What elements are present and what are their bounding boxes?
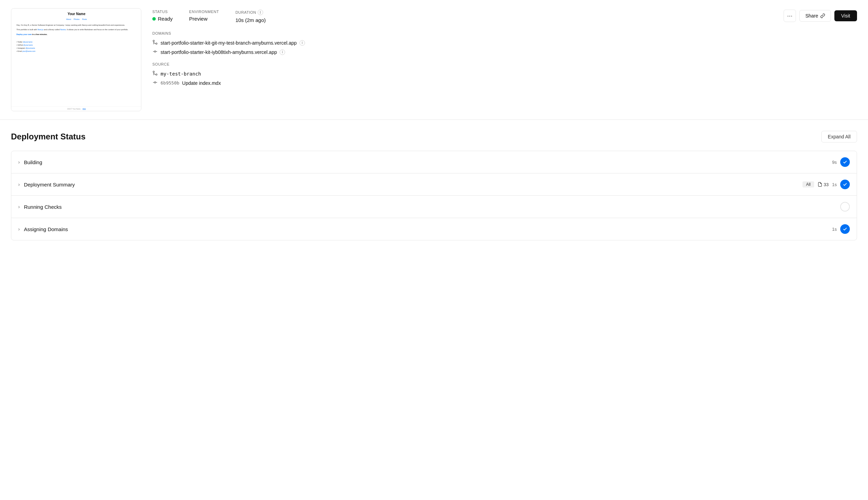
share-button[interactable]: Share bbox=[799, 10, 831, 22]
duration-label: DURATION i bbox=[235, 10, 266, 15]
duration-value: 10s (2m ago) bbox=[235, 17, 266, 23]
summary-label: Deployment Summary bbox=[24, 182, 803, 188]
status-value: Ready bbox=[152, 16, 173, 22]
svg-point-6 bbox=[153, 71, 154, 72]
summary-badge: All bbox=[802, 181, 814, 188]
building-check bbox=[840, 157, 850, 167]
environment-label: ENVIRONMENT bbox=[189, 10, 219, 14]
top-section: Your Name About Photos Posts Hey, I'm Am… bbox=[0, 0, 868, 120]
duration-info-icon[interactable]: i bbox=[258, 10, 263, 15]
domains-check bbox=[840, 224, 850, 234]
domain-url-1: start-portfolio-starter-kit-git-my-test-… bbox=[161, 40, 297, 46]
domains-section: DOMAINS start-portfolio-starter-kit-git-… bbox=[152, 31, 857, 55]
status-row-building[interactable]: › Building 9s bbox=[11, 151, 857, 173]
source-commit-icon bbox=[152, 80, 158, 86]
summary-right: All 33 1s bbox=[802, 180, 850, 189]
more-button[interactable]: ⋯ bbox=[784, 10, 796, 22]
source-label: SOURCE bbox=[152, 62, 857, 66]
chevron-icon-summary: › bbox=[18, 182, 20, 187]
environment-meta: ENVIRONMENT Preview bbox=[189, 10, 219, 23]
source-branch-name: my-test-branch bbox=[161, 71, 201, 77]
expand-all-button[interactable]: Expand All bbox=[821, 131, 857, 143]
checks-label: Running Checks bbox=[24, 204, 840, 210]
building-duration: 9s bbox=[832, 160, 837, 165]
domain-row-2: start-portfolio-starter-kit-iyb08tixh-am… bbox=[152, 49, 857, 55]
domains-duration: 1s bbox=[832, 227, 837, 232]
svg-point-7 bbox=[154, 82, 156, 83]
preview-deploy: Deploy your own in a few minutes. bbox=[16, 33, 137, 35]
preview-nav: About Photos Posts bbox=[16, 18, 137, 20]
domains-right: 1s bbox=[832, 224, 850, 234]
svg-point-5 bbox=[156, 74, 157, 75]
status-dot bbox=[152, 17, 156, 21]
deployment-header: Deployment Status Expand All bbox=[11, 131, 857, 143]
source-section: SOURCE my-test-branch bbox=[152, 62, 857, 86]
info-section: STATUS Ready ENVIRONMENT Preview bbox=[152, 8, 857, 111]
bottom-section: Deployment Status Expand All › Building … bbox=[0, 120, 868, 251]
status-label: STATUS bbox=[152, 10, 173, 14]
preview-bio: Hey, I'm Amy B, a Senior Software Engine… bbox=[16, 24, 137, 31]
status-row-assigning-domains[interactable]: › Assigning Domains 1s bbox=[11, 218, 857, 240]
commit-icon-1 bbox=[152, 49, 158, 55]
source-branch-icon bbox=[152, 70, 158, 77]
source-commit-message: Update index.mdx bbox=[182, 80, 221, 86]
domain-info-icon-2[interactable]: i bbox=[280, 49, 285, 55]
checks-pending bbox=[840, 202, 850, 212]
status-row-running-checks[interactable]: › Running Checks bbox=[11, 196, 857, 218]
preview-footer: 2023 © Your Name. RSS bbox=[11, 107, 141, 110]
building-right: 9s bbox=[832, 157, 850, 167]
deployment-title: Deployment Status bbox=[11, 132, 85, 141]
summary-duration: 1s bbox=[832, 182, 837, 187]
source-commit-hash: 6b9550b bbox=[161, 80, 179, 86]
status-list: › Building 9s › Deployment Summary All bbox=[11, 151, 857, 240]
visit-button[interactable]: Visit bbox=[834, 10, 857, 21]
svg-point-0 bbox=[156, 43, 157, 44]
chevron-icon-domains: › bbox=[18, 226, 20, 232]
share-icon bbox=[820, 13, 825, 18]
domain-info-icon-1[interactable]: i bbox=[300, 40, 305, 46]
environment-value: Preview bbox=[189, 16, 219, 22]
preview-name: Your Name bbox=[16, 12, 137, 16]
svg-point-2 bbox=[154, 51, 156, 52]
domains-assign-label: Assigning Domains bbox=[24, 226, 832, 232]
source-commit-row: 6b9550b Update index.mdx bbox=[152, 80, 857, 86]
status-meta: STATUS Ready bbox=[152, 10, 173, 23]
file-count: 33 bbox=[818, 182, 829, 187]
domain-url-2: start-portfolio-starter-kit-iyb08tixh-am… bbox=[161, 49, 277, 55]
svg-point-1 bbox=[153, 40, 154, 42]
preview-card: Your Name About Photos Posts Hey, I'm Am… bbox=[11, 8, 141, 111]
chevron-icon-checks: › bbox=[18, 204, 20, 209]
meta-grid: STATUS Ready ENVIRONMENT Preview bbox=[152, 10, 266, 23]
preview-links: • Twitter @yourname • GitHub @yourname •… bbox=[16, 41, 137, 53]
domains-label: DOMAINS bbox=[152, 31, 857, 35]
action-buttons: ⋯ Share Visit bbox=[784, 10, 857, 22]
chevron-icon-building: › bbox=[18, 159, 20, 165]
info-header: STATUS Ready ENVIRONMENT Preview bbox=[152, 10, 857, 23]
status-row-deployment-summary[interactable]: › Deployment Summary All 33 1s bbox=[11, 173, 857, 196]
checks-right bbox=[840, 202, 850, 212]
summary-check bbox=[840, 180, 850, 189]
source-branch-row: my-test-branch bbox=[152, 70, 857, 77]
building-label: Building bbox=[24, 159, 832, 165]
domain-row-1: start-portfolio-starter-kit-git-my-test-… bbox=[152, 39, 857, 46]
duration-meta: DURATION i 10s (2m ago) bbox=[235, 10, 266, 23]
branch-icon-1 bbox=[152, 39, 158, 46]
file-icon bbox=[818, 182, 822, 187]
